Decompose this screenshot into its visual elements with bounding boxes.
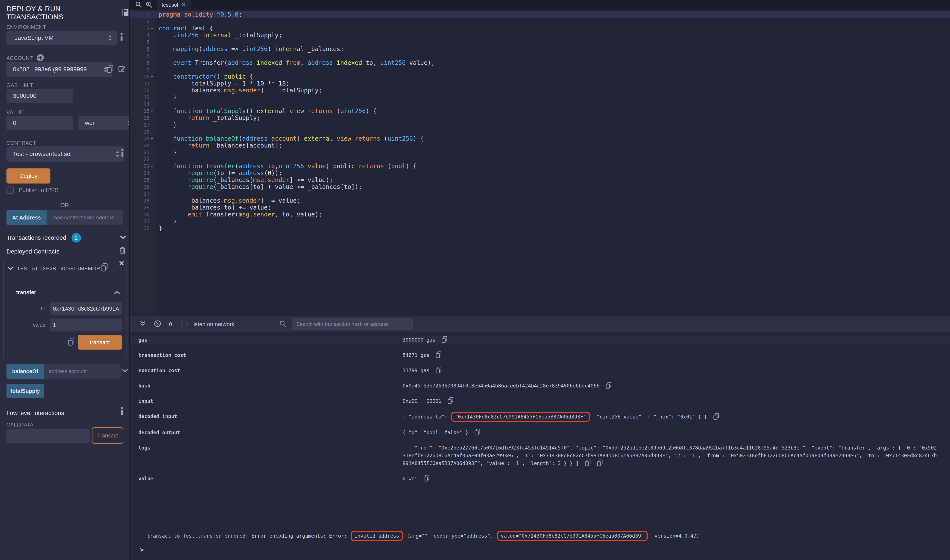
at-address-button[interactable]: At Address — [6, 210, 46, 225]
balanceof-button[interactable]: balanceOf — [6, 364, 44, 378]
line-number: 25 — [130, 177, 155, 183]
code-line[interactable]: 12 _balances[msg.sender] = _totalSupply; — [130, 87, 950, 94]
copy-icon[interactable] — [424, 475, 430, 482]
code-text: function totalSupply() external view ret… — [155, 108, 377, 115]
code-line[interactable]: 11 _totalSupply = 1 * 10 ** 18; — [130, 80, 950, 87]
expand-terminal-icon[interactable] — [140, 320, 146, 328]
clear-terminal-icon[interactable] — [154, 320, 161, 328]
copy-calldata-icon[interactable] — [68, 337, 75, 346]
copy-icon[interactable] — [606, 382, 612, 389]
code-line[interactable]: 15▾ function totalSupply() external view… — [130, 108, 950, 115]
code-line[interactable]: 4 uint256 internal _totalSupply; — [130, 32, 950, 39]
code-line[interactable]: 32} — [130, 225, 950, 232]
transfer-to-input[interactable] — [50, 302, 122, 315]
at-address-input[interactable] — [46, 210, 123, 225]
copy-icon[interactable] — [713, 413, 719, 420]
line-number: 12 — [130, 88, 155, 93]
environment-select[interactable]: JavaScript VM — [6, 31, 117, 45]
code-line[interactable]: 17 } — [130, 122, 950, 128]
chevron-down-icon[interactable] — [122, 369, 128, 374]
error-highlight-box: value="0x71430Fd8c82cC7b991A8455FC6ea5B3… — [497, 531, 648, 541]
copy-icon[interactable] — [474, 429, 480, 435]
value-unit-select[interactable]: wei — [79, 116, 136, 130]
code-line[interactable]: 31 } — [130, 218, 950, 225]
zoom-out-icon[interactable] — [135, 1, 142, 9]
fold-arrow-icon[interactable]: ▾ — [150, 137, 154, 141]
code-line[interactable]: 9 — [130, 66, 950, 73]
code-line[interactable]: 29 _balances[to] += value; — [130, 204, 950, 211]
code-line[interactable]: 13 } — [130, 94, 950, 101]
code-line[interactable]: 23▾ function transfer(address to,uint256… — [130, 163, 950, 170]
code-line[interactable]: 21 } — [130, 149, 950, 156]
code-line[interactable]: 6 mapping(address => uint256) internal _… — [130, 46, 950, 52]
deployed-contract-title[interactable]: TEST AT 0XE2B...4C5F0 (MEMORY) — [17, 266, 105, 272]
code-line[interactable]: 14 — [130, 101, 950, 108]
copy-icon[interactable] — [441, 336, 447, 343]
copy-icon[interactable] — [597, 459, 603, 466]
code-line[interactable]: 2 — [130, 18, 950, 25]
code-line[interactable]: 8 event Transfer(address indexed from, a… — [130, 60, 950, 66]
code-line[interactable]: 10▾ constructor() public { — [130, 73, 950, 80]
deploy-button[interactable]: Deploy — [6, 168, 51, 183]
tab-test-sol[interactable]: test.sol — [157, 0, 191, 10]
account-select[interactable]: 0x502...993e6 (99.9999999 — [6, 62, 113, 77]
code-line[interactable]: 30 emit Transfer(msg.sender, to, value); — [130, 211, 950, 218]
line-number: 22 — [130, 157, 155, 162]
terminal-prompt[interactable]: > — [138, 546, 937, 553]
code-line[interactable]: 16 return _totalSupply; — [130, 115, 950, 122]
add-account-icon[interactable] — [36, 54, 44, 63]
fold-arrow-icon[interactable]: ▾ — [150, 109, 154, 113]
edit-account-icon[interactable] — [118, 65, 126, 74]
zoom-in-icon[interactable] — [146, 1, 152, 9]
fold-arrow-icon[interactable]: ▾ — [150, 26, 154, 31]
code-line[interactable]: 26 require(_balances[to] + value >= _bal… — [130, 183, 950, 191]
trash-icon[interactable] — [119, 246, 126, 255]
code-line[interactable]: 22 — [130, 156, 950, 163]
publish-checkbox[interactable] — [6, 186, 14, 194]
copy-account-icon[interactable] — [106, 65, 114, 74]
value-input[interactable] — [6, 116, 73, 130]
copy-icon[interactable] — [436, 366, 442, 374]
code-line[interactable]: 20 return _balances[account]; — [130, 142, 950, 149]
code-line[interactable]: 1pragma solidity ^0.5.0; — [130, 11, 950, 18]
transact-button[interactable]: transact — [78, 335, 122, 349]
code-line[interactable]: 7 — [130, 52, 950, 60]
chevron-down-icon[interactable] — [8, 266, 14, 271]
code-text: contract Test { — [155, 25, 213, 32]
transactions-recorded-row[interactable]: Transactions recorded 2 — [6, 233, 81, 243]
code-line[interactable]: 5 — [130, 39, 950, 46]
close-tab-icon[interactable] — [182, 2, 186, 8]
code-line[interactable]: 24 require(to != address(0)); — [130, 170, 950, 177]
chevron-down-icon[interactable] — [120, 235, 126, 240]
terminal-row-label: decoded input — [138, 412, 403, 421]
terminal-search-input[interactable] — [292, 318, 412, 331]
contract-info-icon[interactable] — [121, 149, 124, 158]
copy-icon[interactable] — [585, 459, 591, 466]
low-level-transact-button[interactable]: Transact — [92, 427, 123, 444]
code-line[interactable]: 27 — [130, 191, 950, 197]
code-line[interactable]: 19▾ function balanceOf(address account) … — [130, 135, 950, 142]
terminal-row: gas3000000 gas — [130, 336, 950, 344]
environment-info-icon[interactable] — [120, 33, 123, 42]
book-icon[interactable] — [121, 8, 129, 18]
code-line[interactable]: 18 — [130, 128, 950, 135]
close-icon[interactable] — [119, 260, 124, 267]
copy-contract-icon[interactable] — [100, 263, 108, 272]
fold-arrow-icon[interactable]: ▾ — [150, 164, 154, 168]
listen-network-checkbox[interactable] — [181, 321, 188, 328]
copy-icon[interactable] — [436, 351, 442, 358]
contract-select[interactable]: Test - browser/test.sol — [6, 146, 124, 162]
contract-value: Test - browser/test.sol — [13, 151, 71, 157]
code-line[interactable]: 28 _balances[msg.sender] -= value; — [130, 197, 950, 204]
balanceof-arg-input[interactable] — [44, 364, 121, 378]
copy-icon[interactable] — [447, 397, 453, 404]
transfer-value-input[interactable] — [50, 318, 122, 331]
fold-arrow-icon[interactable]: ▾ — [150, 75, 154, 79]
low-level-info-icon[interactable] — [120, 407, 123, 416]
calldata-input[interactable] — [6, 429, 90, 443]
code-line[interactable]: 3▾contract Test { — [130, 25, 950, 32]
code-line[interactable]: 25 require(_balances[msg.sender] >= valu… — [130, 177, 950, 183]
gas-limit-input[interactable] — [6, 89, 73, 103]
totalsupply-button[interactable]: totalSupply — [6, 384, 44, 398]
chevron-up-icon[interactable] — [114, 291, 120, 295]
